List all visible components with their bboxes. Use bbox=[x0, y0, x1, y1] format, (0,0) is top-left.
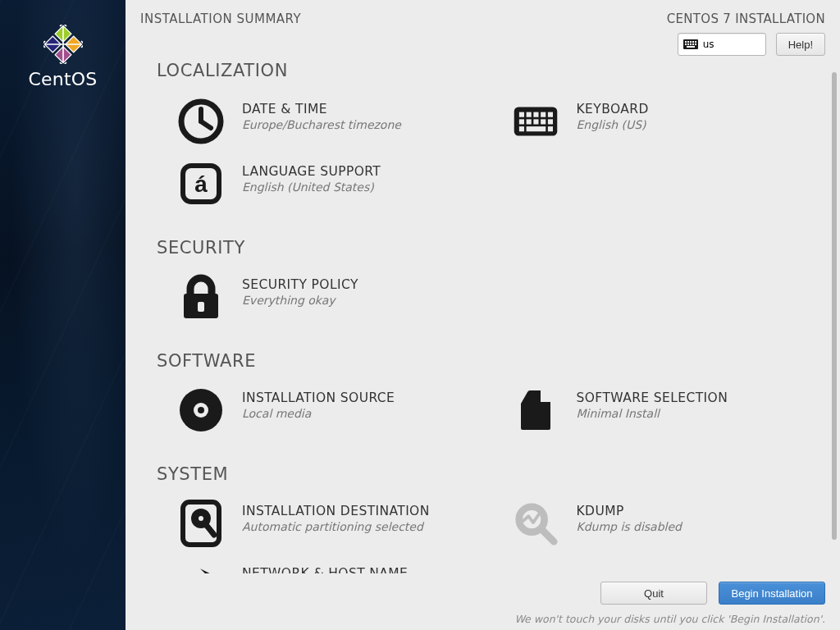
spoke-title: KEYBOARD bbox=[577, 102, 649, 116]
svg-rect-16 bbox=[695, 43, 696, 45]
header-controls: us Help! bbox=[667, 33, 825, 56]
scrollbar-thumb[interactable] bbox=[832, 72, 837, 540]
disc-icon bbox=[178, 387, 224, 433]
kdump-icon bbox=[513, 500, 559, 546]
svg-rect-22 bbox=[518, 112, 523, 117]
svg-rect-8 bbox=[687, 41, 689, 43]
spoke-text: INSTALLATION DESTINATION Automatic parti… bbox=[242, 500, 430, 533]
spoke-text: KEYBOARD English (US) bbox=[577, 98, 649, 131]
svg-rect-7 bbox=[685, 41, 687, 43]
svg-rect-27 bbox=[518, 119, 523, 124]
category-software: SOFTWARE bbox=[157, 351, 817, 371]
svg-rect-13 bbox=[687, 43, 689, 45]
spoke-text: INSTALLATION SOURCE Local media bbox=[242, 387, 395, 420]
spoke-datetime[interactable]: DATE & TIME Europe/Bucharest timezone bbox=[157, 94, 483, 156]
spoke-installation-source[interactable]: INSTALLATION SOURCE Local media bbox=[157, 382, 483, 445]
network-icon bbox=[178, 563, 224, 573]
spoke-title: LANGUAGE SUPPORT bbox=[242, 164, 381, 179]
spoke-text: SECURITY POLICY Everything okay bbox=[242, 274, 358, 307]
footer-buttons: Quit Begin Installation bbox=[140, 582, 825, 605]
language-icon: á bbox=[178, 161, 224, 207]
spoke-keyboard[interactable]: KEYBOARD English (US) bbox=[491, 94, 818, 156]
svg-rect-10 bbox=[692, 41, 694, 43]
product-logo: CentOS bbox=[0, 25, 126, 89]
spoke-text: NETWORK & HOST NAME Wired (eno16777736) … bbox=[242, 563, 431, 573]
keyboard-layout-indicator[interactable]: us bbox=[678, 33, 766, 56]
spoke-title: INSTALLATION SOURCE bbox=[242, 390, 395, 405]
svg-point-41 bbox=[198, 407, 204, 413]
summary-body: LOCALIZATION DATE & TIME Europe/Buchares… bbox=[126, 62, 840, 573]
svg-text:á: á bbox=[194, 171, 208, 197]
svg-rect-25 bbox=[541, 112, 546, 117]
spoke-text: KDUMP Kdump is disabled bbox=[577, 500, 682, 533]
spoke-text: SOFTWARE SELECTION Minimal Install bbox=[577, 387, 728, 420]
svg-rect-9 bbox=[690, 41, 692, 43]
svg-rect-34 bbox=[547, 126, 552, 131]
svg-point-44 bbox=[199, 516, 203, 521]
spoke-title: INSTALLATION DESTINATION bbox=[242, 504, 430, 518]
spoke-status: English (United States) bbox=[242, 180, 381, 194]
spoke-network[interactable]: NETWORK & HOST NAME Wired (eno16777736) … bbox=[157, 558, 487, 573]
category-localization: LOCALIZATION bbox=[157, 62, 817, 80]
svg-rect-15 bbox=[692, 43, 694, 45]
spoke-text: LANGUAGE SUPPORT English (United States) bbox=[242, 161, 381, 194]
svg-rect-26 bbox=[547, 112, 552, 117]
svg-rect-14 bbox=[690, 43, 692, 45]
summary-scroll-area: LOCALIZATION DATE & TIME Europe/Buchares… bbox=[126, 62, 840, 573]
svg-rect-11 bbox=[695, 41, 696, 43]
product-name: CentOS bbox=[0, 69, 126, 89]
svg-rect-33 bbox=[526, 126, 546, 131]
spoke-status: Minimal Install bbox=[577, 407, 728, 420]
header-right: CENTOS 7 INSTALLATION us Help! bbox=[667, 11, 825, 56]
footer-note: We won't touch your disks until you clic… bbox=[140, 613, 825, 625]
scrollbar[interactable] bbox=[829, 62, 837, 567]
spoke-status: Europe/Bucharest timezone bbox=[242, 118, 401, 131]
spoke-language-support[interactable]: á LANGUAGE SUPPORT English (United State… bbox=[157, 156, 487, 218]
svg-line-20 bbox=[201, 121, 211, 128]
lock-icon bbox=[178, 274, 224, 320]
spoke-kdump[interactable]: KDUMP Kdump is disabled bbox=[491, 495, 818, 558]
keyboard-icon bbox=[513, 98, 559, 144]
svg-rect-17 bbox=[687, 46, 695, 48]
spoke-title: SECURITY POLICY bbox=[242, 277, 358, 292]
spoke-status: Kdump is disabled bbox=[577, 520, 682, 533]
centos-logo-icon bbox=[43, 25, 83, 64]
spoke-status: Local media bbox=[242, 407, 395, 420]
svg-rect-32 bbox=[518, 126, 523, 131]
spoke-title: NETWORK & HOST NAME bbox=[242, 566, 431, 573]
main-panel: INSTALLATION SUMMARY CENTOS 7 INSTALLATI… bbox=[126, 0, 840, 630]
spoke-status: English (US) bbox=[577, 118, 649, 131]
quit-button[interactable]: Quit bbox=[600, 582, 707, 605]
spoke-status: Everything okay bbox=[242, 294, 358, 307]
category-security: SECURITY bbox=[157, 238, 817, 258]
spoke-title: KDUMP bbox=[577, 504, 682, 518]
spoke-security-policy[interactable]: SECURITY POLICY Everything okay bbox=[157, 269, 487, 331]
spoke-installation-destination[interactable]: INSTALLATION DESTINATION Automatic parti… bbox=[157, 495, 483, 558]
category-system: SYSTEM bbox=[157, 464, 817, 484]
keyboard-layout-label: us bbox=[703, 39, 714, 50]
clock-icon bbox=[178, 98, 224, 144]
help-button[interactable]: Help! bbox=[776, 33, 825, 56]
svg-rect-23 bbox=[526, 112, 531, 117]
footer: Quit Begin Installation We won't touch y… bbox=[126, 573, 840, 630]
spoke-title: SOFTWARE SELECTION bbox=[577, 390, 728, 405]
spoke-text: DATE & TIME Europe/Bucharest timezone bbox=[242, 98, 401, 131]
svg-rect-24 bbox=[533, 112, 538, 117]
page-title: INSTALLATION SUMMARY bbox=[140, 11, 301, 26]
svg-rect-38 bbox=[198, 302, 204, 312]
spoke-title: DATE & TIME bbox=[242, 102, 401, 116]
svg-rect-31 bbox=[547, 119, 552, 124]
sidebar: CentOS bbox=[0, 0, 126, 630]
spoke-software-selection[interactable]: SOFTWARE SELECTION Minimal Install bbox=[491, 382, 818, 445]
svg-rect-30 bbox=[541, 119, 546, 124]
begin-installation-button[interactable]: Begin Installation bbox=[719, 582, 825, 605]
package-icon bbox=[513, 387, 559, 433]
svg-rect-29 bbox=[533, 119, 538, 124]
header: INSTALLATION SUMMARY CENTOS 7 INSTALLATI… bbox=[126, 0, 840, 62]
installer-title: CENTOS 7 INSTALLATION bbox=[667, 11, 825, 26]
spoke-status: Automatic partitioning selected bbox=[242, 520, 430, 533]
keyboard-small-icon bbox=[683, 39, 698, 49]
svg-rect-12 bbox=[685, 43, 687, 45]
svg-rect-28 bbox=[526, 119, 531, 124]
svg-line-46 bbox=[541, 529, 553, 541]
